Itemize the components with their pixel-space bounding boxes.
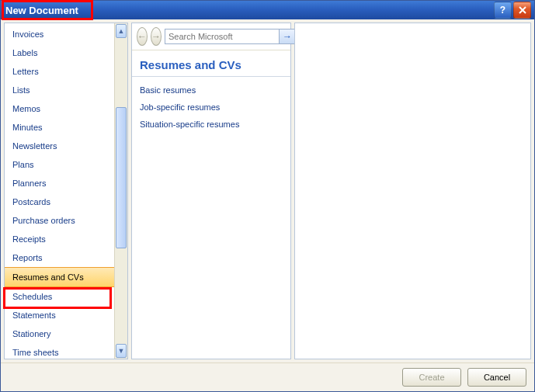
- scroll-down-button[interactable]: ▼: [116, 344, 127, 358]
- sidebar-item-receipts[interactable]: Receipts: [5, 230, 114, 248]
- title-bar: New Document ?: [1, 1, 534, 19]
- scroll-track[interactable]: [115, 39, 127, 343]
- sidebar-item-stationery[interactable]: Stationery: [5, 324, 114, 343]
- sidebar-item-memos[interactable]: Memos: [5, 99, 114, 118]
- subcategory-list: Basic resumes Job-specific resumes Situa…: [132, 77, 290, 137]
- sidebar-item-letters[interactable]: Letters: [5, 62, 114, 81]
- search-input[interactable]: [165, 29, 279, 44]
- category-sidebar: Invoices Labels Letters Lists Memos Minu…: [4, 23, 128, 359]
- create-button: Create: [402, 368, 461, 387]
- sidebar-item-resumes-and-cvs[interactable]: Resumes and CVs: [5, 267, 114, 287]
- arrow-right-icon: →: [151, 31, 161, 42]
- new-document-dialog: New Document ? Invoices Labels Letters L…: [0, 0, 535, 392]
- close-icon: [519, 6, 526, 14]
- help-button[interactable]: ?: [494, 2, 512, 19]
- chevron-down-icon: ▼: [118, 347, 125, 355]
- scroll-thumb[interactable]: [116, 107, 127, 248]
- sidebar-item-invoices[interactable]: Invoices: [5, 25, 114, 43]
- sidebar-item-newsletters[interactable]: Newsletters: [5, 137, 114, 155]
- preview-pane: [294, 23, 531, 359]
- sidebar-item-lists[interactable]: Lists: [5, 81, 114, 99]
- sidebar-item-statements[interactable]: Statements: [5, 306, 114, 324]
- close-button[interactable]: [513, 2, 531, 19]
- sidebar-item-purchase-orders[interactable]: Purchase orders: [5, 211, 114, 230]
- sidebar-item-reports[interactable]: Reports: [5, 248, 114, 267]
- category-list: Invoices Labels Letters Lists Memos Minu…: [5, 23, 114, 359]
- sidebar-item-time-sheets[interactable]: Time sheets: [5, 343, 114, 359]
- middle-toolbar: ← → →: [132, 23, 290, 50]
- search-go-button[interactable]: →: [279, 29, 296, 44]
- template-list-pane: ← → → Resumes and CVs Basic resumes Job-…: [131, 23, 291, 359]
- sidebar-scrollbar[interactable]: ▲ ▼: [114, 23, 127, 359]
- sidebar-item-plans[interactable]: Plans: [5, 155, 114, 174]
- category-heading: Resumes and CVs: [132, 50, 290, 77]
- subcategory-job-specific-resumes[interactable]: Job-specific resumes: [140, 99, 283, 116]
- cancel-button[interactable]: Cancel: [467, 368, 526, 387]
- sidebar-item-planners[interactable]: Planners: [5, 174, 114, 193]
- arrow-left-icon: ←: [137, 31, 147, 42]
- sidebar-item-labels[interactable]: Labels: [5, 43, 114, 62]
- chevron-up-icon: ▲: [118, 27, 125, 35]
- subcategory-situation-specific-resumes[interactable]: Situation-specific resumes: [140, 116, 283, 133]
- sidebar-item-minutes[interactable]: Minutes: [5, 118, 114, 137]
- subcategory-basic-resumes[interactable]: Basic resumes: [140, 82, 283, 99]
- sidebar-item-postcards[interactable]: Postcards: [5, 193, 114, 211]
- scroll-up-button[interactable]: ▲: [116, 24, 127, 38]
- dialog-footer: Create Cancel: [1, 363, 534, 391]
- nav-back-button[interactable]: ←: [137, 27, 148, 46]
- nav-forward-button[interactable]: →: [151, 27, 162, 46]
- sidebar-item-schedules[interactable]: Schedules: [5, 287, 114, 306]
- arrow-right-icon: →: [283, 31, 292, 42]
- window-title: New Document: [5, 5, 78, 16]
